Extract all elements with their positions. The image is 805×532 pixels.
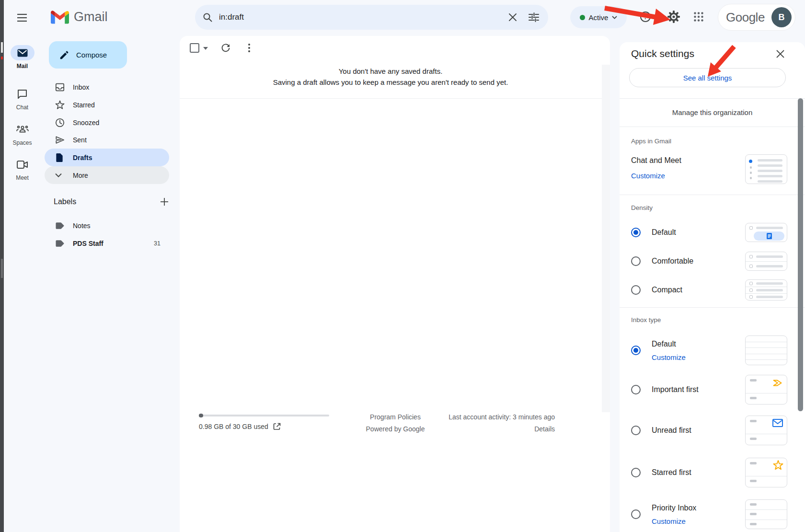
send-icon: [55, 135, 65, 145]
gmail-wordmark: Gmail: [74, 10, 108, 24]
active-status-dot: [580, 15, 585, 20]
see-all-settings-button[interactable]: See all settings: [629, 68, 786, 87]
search-input[interactable]: [219, 12, 502, 22]
empty-drafts-subtitle: Saving a draft allows you to keep a mess…: [180, 77, 601, 88]
select-dropdown-caret[interactable]: [203, 47, 208, 50]
empty-drafts-banner: You don't have any saved drafts. Saving …: [180, 66, 601, 88]
help-icon: ?: [640, 11, 651, 23]
refresh-icon: [221, 43, 230, 53]
rail-item-chat[interactable]: Chat: [4, 86, 41, 111]
account-activity: Last account activity: 3 minutes ago Det…: [180, 413, 555, 433]
hamburger-menu-button[interactable]: [12, 7, 33, 28]
sidebar-item-more[interactable]: More: [45, 166, 169, 184]
list-divider: [180, 98, 602, 99]
google-apps-button[interactable]: [689, 7, 708, 26]
density-header: Density: [631, 204, 653, 211]
refresh-button[interactable]: [216, 38, 235, 58]
radio-icon[interactable]: [631, 468, 641, 477]
tag-icon: [55, 240, 65, 247]
inbox-type-option-default[interactable]: Default Customize: [631, 335, 795, 366]
panel-divider: [620, 195, 805, 195]
kebab-icon: [248, 44, 250, 52]
radio-icon[interactable]: [631, 256, 641, 266]
select-all-checkbox[interactable]: [190, 43, 199, 53]
quick-settings-title: Quick settings: [631, 48, 694, 59]
radio-icon[interactable]: [631, 509, 641, 519]
mail-icon: [11, 45, 34, 60]
inbox-type-option-starred-first[interactable]: Starred first: [631, 458, 795, 487]
sidebar-item-drafts[interactable]: Drafts: [45, 149, 169, 166]
inbox-default-thumbnail: [745, 335, 787, 365]
label-row-notes[interactable]: Notes: [45, 217, 169, 234]
quick-settings-panel: Quick settings See all settings Manage t…: [620, 42, 805, 532]
tune-icon: [529, 12, 539, 22]
plus-icon: [160, 197, 169, 206]
draft-icon: [55, 153, 65, 162]
priority-inbox-thumbnail: [745, 499, 787, 529]
gmail-logo-icon: [51, 10, 69, 24]
hamburger-icon: [17, 13, 27, 22]
account-avatar[interactable]: B: [771, 7, 792, 27]
more-options-button[interactable]: [240, 38, 259, 58]
compose-button[interactable]: Compose: [49, 41, 127, 69]
background-window-edge: [0, 0, 4, 532]
inbox-type-option-priority-inbox[interactable]: Priority Inbox Customize: [631, 498, 795, 530]
inbox-type-option-unread-first[interactable]: Unread first: [631, 416, 795, 445]
radio-selected-icon[interactable]: [631, 228, 641, 237]
density-option-comfortable[interactable]: Comfortable: [631, 248, 795, 275]
manage-organization-link[interactable]: Manage this organization: [620, 98, 805, 127]
density-comfortable-thumbnail: [745, 252, 787, 271]
radio-icon[interactable]: [631, 285, 641, 295]
activity-details-link[interactable]: Details: [180, 425, 555, 433]
chat-and-meet-label: Chat and Meet: [631, 156, 681, 165]
close-icon: [776, 50, 784, 58]
tag-icon: [55, 222, 65, 230]
sidebar-item-inbox[interactable]: Inbox: [45, 78, 169, 96]
panel-divider: [620, 127, 805, 127]
google-wordmark: Google: [726, 10, 765, 25]
rail-item-meet[interactable]: Meet: [4, 157, 41, 181]
google-account-pill[interactable]: Google B: [718, 4, 795, 31]
rail-item-mail[interactable]: Mail: [4, 45, 41, 69]
search-bar[interactable]: [195, 5, 548, 30]
create-label-button[interactable]: [160, 197, 169, 206]
label-row-pds-staff[interactable]: PDS Staff 31: [45, 234, 169, 252]
panel-scrollbar-thumb[interactable]: [798, 98, 803, 411]
settings-gear-button[interactable]: [664, 7, 683, 26]
inbox-icon: [55, 82, 65, 92]
customize-default-inbox-link[interactable]: Customize: [652, 353, 686, 361]
importance-marker-icon: [773, 380, 783, 386]
envelope-icon: [772, 419, 783, 427]
radio-icon[interactable]: [631, 385, 641, 394]
rail-item-spaces[interactable]: Spaces: [4, 122, 41, 146]
density-option-compact[interactable]: Compact: [631, 277, 795, 303]
density-option-default[interactable]: Default: [631, 219, 795, 246]
gmail-app: Gmail Active: [0, 0, 805, 532]
apps-grid-icon: [693, 12, 704, 22]
sidebar-item-starred[interactable]: Starred: [45, 96, 169, 114]
close-icon: [508, 13, 517, 22]
customize-priority-inbox-link[interactable]: Customize: [652, 517, 696, 525]
star-icon: [55, 100, 65, 110]
main-scrollbar-track[interactable]: [602, 65, 610, 412]
radio-selected-icon[interactable]: [631, 346, 641, 355]
close-settings-button[interactable]: [770, 44, 790, 63]
radio-icon[interactable]: [631, 426, 641, 435]
inbox-type-option-important-first[interactable]: Important first: [631, 375, 795, 404]
sidebar-item-sent[interactable]: Sent: [45, 131, 169, 149]
customize-chat-meet-link[interactable]: Customize: [631, 172, 665, 180]
last-activity-text: Last account activity: 3 minutes ago: [180, 413, 555, 421]
spaces-icon: [11, 122, 34, 137]
chevron-down-icon: [612, 16, 617, 19]
important-first-thumbnail: [745, 375, 787, 405]
panel-divider: [620, 307, 805, 308]
sidebar-item-snoozed[interactable]: Snoozed: [45, 114, 169, 131]
meet-icon: [11, 157, 34, 172]
clear-search-button[interactable]: [502, 7, 523, 28]
chat-icon: [11, 86, 34, 102]
density-default-thumbnail: [745, 223, 787, 242]
help-button[interactable]: ?: [636, 7, 655, 26]
search-options-button[interactable]: [523, 7, 544, 28]
availability-status-selector[interactable]: Active: [570, 6, 627, 28]
chevron-down-icon: [55, 173, 65, 177]
